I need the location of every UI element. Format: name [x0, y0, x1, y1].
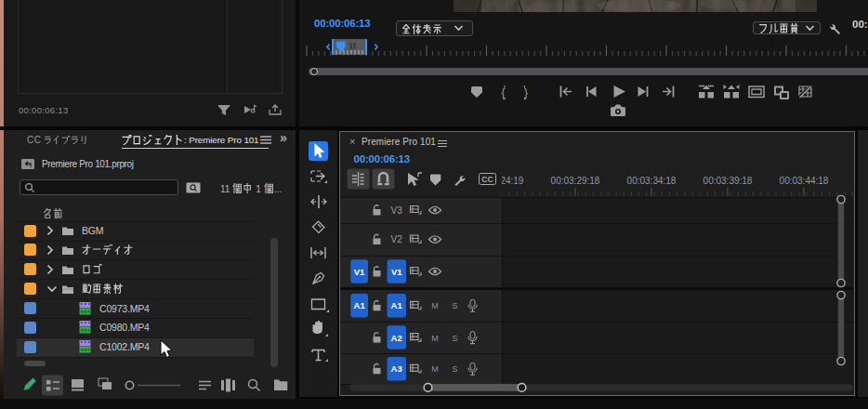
svg-text:M: M: [431, 334, 439, 343]
svg-text:S: S: [452, 301, 457, 310]
svg-text:A2: A2: [391, 333, 402, 343]
svg-text:M: M: [431, 364, 439, 374]
svg-text:M: M: [431, 301, 439, 310]
svg-text:A1: A1: [391, 300, 403, 310]
svg-text:A3: A3: [391, 363, 402, 374]
svg-text:{: {: [501, 86, 505, 99]
svg-text:S: S: [452, 364, 457, 374]
svg-text:}: }: [524, 86, 528, 99]
svg-text:V1: V1: [391, 267, 402, 277]
svg-text:A1: A1: [354, 300, 366, 310]
svg-text:V2: V2: [391, 234, 403, 244]
svg-text:V3: V3: [391, 205, 403, 216]
svg-text:S: S: [452, 334, 457, 343]
svg-text:V1: V1: [354, 267, 365, 277]
